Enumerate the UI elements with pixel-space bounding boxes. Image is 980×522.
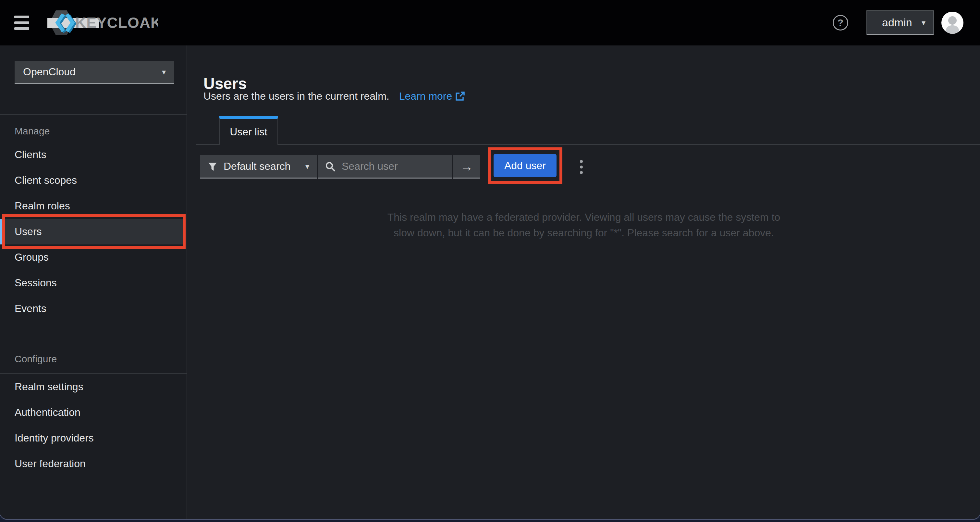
brand-logo[interactable]: KEYCLOAK [48, 9, 158, 37]
search-icon [326, 162, 335, 172]
tab-user-list[interactable]: User list [219, 116, 278, 145]
kebab-dot [580, 171, 583, 174]
caret-down-icon: ▾ [305, 162, 309, 171]
section-label-manage: Manage [14, 126, 50, 137]
description-text: Users are the users in the current realm… [204, 90, 390, 102]
configure-nav: Realm settings Authentication Identity p… [0, 374, 186, 477]
search-type-label: Default search [224, 160, 290, 172]
empty-state-message: This realm may have a federated provider… [386, 209, 782, 240]
brand-text: KEYCLOAK [75, 14, 158, 31]
sidebar-item-realm-settings[interactable]: Realm settings [0, 374, 186, 399]
help-icon[interactable]: ? [833, 15, 848, 30]
keycloak-logo-icon: KEYCLOAK [48, 9, 158, 37]
search-field [318, 155, 452, 178]
realm-selector-dropdown[interactable]: OpenCloud ▾ [14, 61, 174, 84]
external-link-icon [455, 91, 465, 101]
sidebar-item-authentication[interactable]: Authentication [0, 399, 186, 425]
user-menu-dropdown[interactable]: admin ▾ [866, 10, 934, 35]
main-content: Users Users are the users in the current… [188, 45, 980, 519]
divider [0, 114, 186, 115]
section-label-configure: Configure [14, 353, 57, 364]
filter-icon [208, 162, 217, 171]
avatar[interactable] [941, 12, 963, 34]
sidebar-item-events[interactable]: Events [0, 296, 186, 321]
sidebar-item-users[interactable]: Users [0, 219, 186, 244]
page-description: Users are the users in the current realm… [204, 89, 465, 103]
sidebar-item-groups[interactable]: Groups [0, 244, 186, 270]
sidebar-item-client-scopes[interactable]: Client scopes [0, 167, 186, 193]
caret-down-icon: ▾ [162, 67, 166, 76]
search-type-dropdown[interactable]: Default search ▾ [200, 155, 317, 178]
tab-row-divider [196, 144, 980, 145]
arrow-right-icon: → [460, 160, 473, 173]
learn-more-link[interactable]: Learn more [399, 90, 465, 102]
kebab-dot [580, 166, 583, 169]
sidebar-item-sessions[interactable]: Sessions [0, 270, 186, 296]
user-menu-label: admin [882, 16, 912, 29]
manage-nav: Clients Client scopes Realm roles Users … [0, 142, 186, 321]
person-icon [941, 12, 963, 34]
sidebar-item-realm-roles[interactable]: Realm roles [0, 193, 186, 219]
kebab-menu-button[interactable] [575, 155, 588, 178]
masthead: KEYCLOAK ? admin ▾ [0, 0, 980, 45]
kebab-dot [580, 160, 583, 163]
add-user-button[interactable]: Add user [493, 154, 557, 177]
caret-down-icon: ▾ [921, 18, 926, 27]
sidebar-item-user-federation[interactable]: User federation [0, 451, 186, 477]
sidebar-item-clients[interactable]: Clients [0, 142, 186, 167]
sidebar: OpenCloud ▾ Manage Clients Client scopes… [0, 45, 187, 519]
nav-toggle-hamburger-icon[interactable] [14, 16, 29, 30]
realm-name: OpenCloud [23, 66, 76, 78]
browser-window: KEYCLOAK ? admin ▾ OpenCloud ▾ Manage Cl… [0, 0, 980, 519]
search-input[interactable] [341, 160, 440, 173]
search-submit-button[interactable]: → [453, 155, 480, 178]
sidebar-item-identity-providers[interactable]: Identity providers [0, 425, 186, 451]
